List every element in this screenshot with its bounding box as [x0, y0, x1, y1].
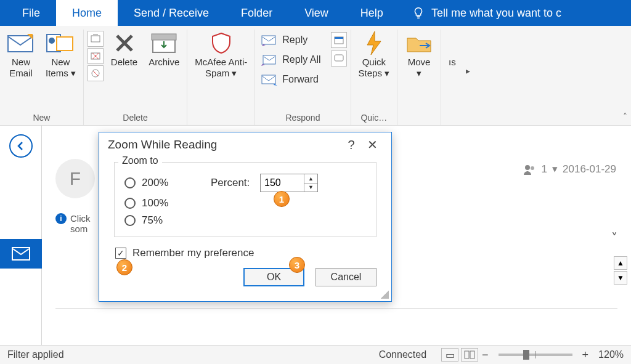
- scroll-up-button[interactable]: ▲: [614, 256, 627, 270]
- callout-1: 1: [274, 191, 290, 207]
- percent-label: Percent:: [211, 177, 260, 189]
- shield-icon: [209, 31, 234, 55]
- reply-all-button[interactable]: Reply All: [259, 52, 323, 68]
- zoom-100-radio[interactable]: 100%: [124, 197, 211, 209]
- svg-rect-8: [152, 34, 176, 40]
- envelope-icon: [7, 31, 35, 55]
- dialog-title: Zoom While Reading: [108, 138, 217, 152]
- ribbon-group-delete: Delete Archive Delete: [84, 30, 187, 125]
- back-button[interactable]: [9, 134, 33, 158]
- zoom-slider[interactable]: [499, 354, 572, 356]
- ribbon-tabs: File Home Send / Receive Folder View Hel…: [0, 0, 631, 26]
- svg-rect-2: [57, 37, 73, 51]
- svg-point-17: [525, 165, 530, 170]
- message-date: 2016-01-29: [563, 163, 616, 176]
- delete-button[interactable]: Delete: [107, 30, 141, 69]
- move-button[interactable]: Move ▾: [401, 30, 437, 80]
- group-label-new: New: [33, 111, 50, 125]
- overflow-label: ıs: [449, 57, 456, 68]
- tab-home[interactable]: Home: [56, 0, 118, 26]
- scroll-down-button[interactable]: ▼: [614, 271, 627, 285]
- ribbon-group-respond: Reply Reply All Forward Respond: [255, 30, 351, 125]
- overflow-button[interactable]: ıs: [445, 30, 460, 69]
- archive-button[interactable]: Archive: [145, 30, 183, 69]
- folder-move-icon: [405, 31, 433, 55]
- delete-mini-buttons: [88, 30, 104, 81]
- remember-label: Remember my preference: [132, 247, 254, 259]
- avatar: F: [55, 159, 95, 198]
- cancel-button[interactable]: Cancel: [316, 268, 377, 286]
- group-label-delete: Delete: [123, 111, 147, 125]
- new-items-icon: [46, 31, 75, 55]
- spin-up-icon[interactable]: ▲: [304, 174, 317, 184]
- remember-checkbox[interactable]: ✓: [115, 248, 126, 259]
- zoom-200-radio[interactable]: 200%: [124, 177, 211, 189]
- tab-send-receive[interactable]: Send / Receive: [118, 0, 225, 26]
- mail-icon: [12, 247, 30, 261]
- quick-steps-button[interactable]: Quick Steps ▾: [355, 30, 394, 80]
- meeting-icon[interactable]: [331, 32, 347, 48]
- cleanup-icon[interactable]: [88, 65, 104, 81]
- info-icon: i: [55, 213, 67, 224]
- message-meta: 1 ▾ 2016-01-29: [523, 163, 616, 176]
- archive-icon: [150, 31, 177, 55]
- new-email-button[interactable]: New Email: [4, 30, 38, 80]
- nav-rail: [0, 126, 42, 345]
- svg-rect-19: [465, 351, 469, 358]
- svg-rect-11: [262, 75, 275, 84]
- delete-label: Delete: [111, 57, 137, 68]
- spin-down-icon[interactable]: ▼: [304, 184, 317, 192]
- im-icon[interactable]: [331, 51, 347, 67]
- tell-me-box[interactable]: Tell me what you want to c: [399, 6, 561, 20]
- ribbon-group-new: New Email New Items ▾ New: [0, 30, 84, 125]
- status-zoom-value: 120%: [598, 349, 624, 360]
- nav-mail[interactable]: [0, 239, 42, 269]
- percent-spinner[interactable]: ▲▼: [260, 174, 318, 192]
- ribbon-collapse-icon[interactable]: ˄: [623, 111, 627, 121]
- mcafee-antispam-button[interactable]: McAfee Anti- Spam ▾: [191, 30, 251, 80]
- zoom-in-button[interactable]: +: [579, 349, 593, 362]
- forward-button[interactable]: Forward: [259, 71, 323, 87]
- reply-button[interactable]: Reply: [259, 32, 323, 48]
- tab-file[interactable]: File: [6, 0, 56, 26]
- overflow-arrow-icon[interactable]: ▸: [463, 66, 470, 76]
- people-icon: [523, 164, 537, 175]
- ignore-icon[interactable]: [88, 31, 104, 47]
- reply-all-icon: [261, 54, 277, 66]
- junk-icon[interactable]: [88, 48, 104, 64]
- svg-rect-0: [8, 36, 33, 52]
- svg-rect-20: [470, 351, 474, 358]
- zoom-out-button[interactable]: −: [478, 349, 492, 362]
- svg-point-3: [49, 38, 55, 44]
- new-items-button[interactable]: New Items ▾: [42, 30, 79, 80]
- tab-folder[interactable]: Folder: [225, 0, 288, 26]
- tab-help[interactable]: Help: [344, 0, 399, 26]
- reply-label: Reply: [282, 34, 307, 46]
- view-normal-button[interactable]: ▭: [441, 348, 458, 362]
- tab-view[interactable]: View: [288, 0, 344, 26]
- svg-rect-10: [263, 55, 275, 64]
- status-connected: Connected: [379, 349, 426, 360]
- view-reading-button[interactable]: [461, 348, 478, 362]
- svg-rect-13: [335, 37, 343, 39]
- new-email-label: New Email: [9, 57, 33, 79]
- expand-caret-icon[interactable]: ˅: [611, 230, 617, 245]
- svg-rect-4: [91, 36, 100, 42]
- reply-all-label: Reply All: [282, 54, 320, 65]
- zoom-75-radio[interactable]: 75%: [124, 214, 211, 227]
- svg-point-18: [531, 166, 534, 170]
- dialog-close-button[interactable]: ✕: [362, 137, 383, 152]
- recipient-count: 1: [542, 163, 547, 176]
- resize-grip-icon[interactable]: [380, 290, 389, 299]
- divider: [55, 308, 617, 309]
- ribbon-group-move: Move ▾: [397, 30, 441, 125]
- click-text: Click: [70, 213, 91, 224]
- status-filter: Filter applied: [7, 349, 64, 360]
- percent-input[interactable]: [261, 174, 304, 192]
- delete-x-icon: [112, 31, 137, 55]
- forward-label: Forward: [282, 74, 319, 85]
- group-label-respond: Respond: [285, 111, 320, 125]
- callout-3: 3: [289, 257, 305, 273]
- new-items-label: New Items ▾: [46, 57, 76, 79]
- dialog-help-button[interactable]: ?: [341, 138, 362, 152]
